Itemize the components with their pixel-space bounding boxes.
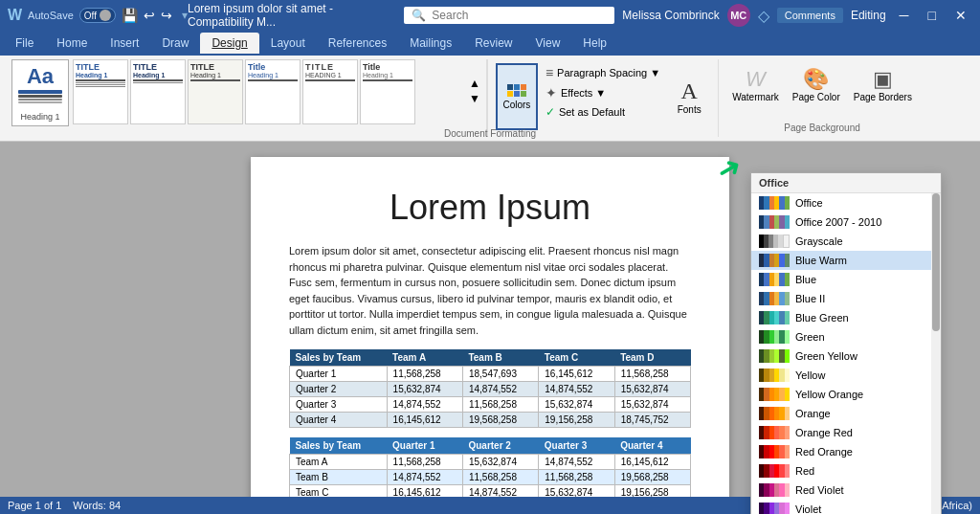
color-item-blueii[interactable]: Blue II — [751, 289, 941, 308]
set-as-default-button[interactable]: ✓ Set as Default — [542, 103, 664, 121]
color-label-office: Office — [795, 197, 823, 209]
ribbon-text-buttons: ≡ Paragraph Spacing ▼ ✦ Effects ▼ ✓ Set … — [542, 63, 664, 121]
color-item-bluewarm[interactable]: Blue Warm — [751, 251, 941, 270]
page-borders-icon: ▣ — [873, 67, 893, 92]
editing-label[interactable]: Editing — [851, 9, 886, 22]
theme-lines — [18, 89, 62, 104]
color-item-green[interactable]: Green — [751, 327, 941, 346]
color-label-yellow: Yellow — [795, 369, 825, 381]
page-color-icon: 🎨 — [803, 67, 829, 92]
avatar: MC — [727, 4, 750, 27]
theme-thumb-6[interactable]: Title Heading 1 — [360, 59, 415, 124]
color-swatch-office2010 — [759, 215, 790, 229]
doc-body: Lorem ipsum dolor sit amet, consectetur … — [289, 243, 691, 338]
color-item-redviolet[interactable]: Red Violet — [751, 480, 941, 500]
undo-button[interactable]: ↩ — [144, 8, 155, 23]
scrollbar-thumb[interactable] — [932, 193, 940, 331]
search-input[interactable] — [432, 9, 566, 22]
effects-label: Effects ▼ — [561, 87, 606, 99]
color-swatch-office — [759, 196, 790, 210]
tab-insert[interactable]: Insert — [99, 33, 150, 54]
color-label-yelloworange: Yellow Orange — [795, 389, 863, 400]
page-borders-label: Page Borders — [854, 92, 912, 102]
table-row: Team B14,874,55211,568,25811,568,25819,5… — [290, 470, 691, 485]
color-swatch-yelloworange — [759, 388, 790, 401]
color-item-yelloworange[interactable]: Yellow Orange — [751, 385, 941, 404]
page-borders-button[interactable]: ▣ Page Borders — [848, 63, 918, 123]
autosave-toggle[interactable]: Off — [79, 8, 116, 23]
page-status: Page 1 of 1 — [8, 500, 61, 511]
tab-layout[interactable]: Layout — [259, 33, 317, 54]
color-item-redorange[interactable]: Red Orange — [751, 442, 941, 461]
color-swatch-orange — [759, 407, 790, 420]
table1-header-2: Team B — [462, 349, 538, 367]
effects-button[interactable]: ✦ Effects ▼ — [542, 83, 664, 102]
theme-thumb-1[interactable]: TITLE Heading 1 — [73, 59, 128, 124]
color-swatch-redorange — [759, 445, 790, 458]
tab-mailings[interactable]: Mailings — [398, 33, 463, 54]
theme-thumb-4[interactable]: Title Heading 1 — [245, 59, 301, 124]
table-row: Team C16,145,61214,874,55215,632,87419,1… — [290, 485, 691, 498]
watermark-button[interactable]: W Watermark — [726, 63, 785, 123]
color-item-office[interactable]: Office — [751, 193, 941, 212]
maximize-button[interactable]: □ — [923, 8, 942, 23]
redo-button[interactable]: ↪ — [161, 8, 172, 23]
tab-home[interactable]: Home — [45, 33, 99, 54]
tab-review[interactable]: Review — [463, 33, 523, 54]
colors-dropdown: Office Office Office 2007 - 2010 Graysca… — [750, 172, 942, 514]
theme-thumb-2[interactable]: TITLE Heading 1 — [130, 59, 186, 124]
tab-help[interactable]: Help — [571, 33, 618, 54]
table-row: Quarter 416,145,61219,568,25819,156,2581… — [290, 413, 691, 428]
paragraph-spacing-button[interactable]: ≡ Paragraph Spacing ▼ — [542, 63, 664, 82]
watermark-label: Watermark — [732, 92, 779, 102]
color-swatch-blueii — [759, 292, 790, 305]
doc-title: Lorem Ipsum — [289, 188, 691, 228]
color-label-orange: Orange — [795, 408, 831, 419]
color-swatch-violet — [759, 503, 790, 514]
table2-header-1: Quarter 1 — [387, 437, 462, 455]
comments-button[interactable]: Comments — [777, 8, 843, 23]
tab-draw[interactable]: Draw — [150, 33, 200, 54]
words-status: Words: 84 — [73, 500, 121, 511]
table2-header-2: Quarter 2 — [462, 437, 538, 455]
color-item-bluegreen[interactable]: Blue Green — [751, 308, 941, 327]
color-swatch-redviolet — [759, 483, 790, 497]
scroll-up-button[interactable]: ▲ — [469, 77, 480, 90]
page-bg-buttons: W Watermark 🎨 Page Color ▣ Page Borders — [726, 63, 918, 123]
color-item-orange[interactable]: Orange — [751, 404, 941, 423]
tab-file[interactable]: File — [4, 33, 45, 54]
color-swatch-bluewarm — [759, 254, 790, 267]
color-item-greenyellow[interactable]: Green Yellow — [751, 346, 941, 366]
color-item-violet[interactable]: Violet — [751, 500, 941, 514]
scroll-down-button[interactable]: ▼ — [469, 92, 480, 105]
color-item-orangered[interactable]: Orange Red — [751, 423, 941, 442]
color-item-office2010[interactable]: Office 2007 - 2010 — [751, 212, 941, 232]
theme-thumb-3[interactable]: TITLE Heading 1 — [188, 59, 243, 124]
table2-header-3: Quarter 3 — [539, 437, 614, 455]
autosave-label: AutoSave — [28, 10, 74, 21]
heading-label: Heading 1 — [20, 112, 59, 122]
color-item-red[interactable]: Red — [751, 461, 941, 480]
color-item-yellow[interactable]: Yellow — [751, 366, 941, 385]
fonts-button[interactable]: A Fonts — [668, 63, 710, 130]
close-button[interactable]: ✕ — [949, 8, 972, 23]
search-bar[interactable]: 🔍 — [404, 7, 614, 24]
color-swatch-bluegreen — [759, 311, 790, 324]
tab-references[interactable]: References — [317, 33, 398, 54]
page-color-button[interactable]: 🎨 Page Color — [787, 63, 846, 123]
table-row: Quarter 314,874,55211,568,25815,632,8741… — [290, 397, 691, 413]
colors-label: Colors — [502, 100, 530, 110]
minimize-button[interactable]: ─ — [894, 8, 915, 23]
search-icon: 🔍 — [412, 9, 426, 22]
colors-button[interactable]: Colors — [496, 63, 538, 130]
color-item-grayscale[interactable]: Grayscale — [751, 232, 941, 251]
tab-design[interactable]: Design — [200, 33, 258, 54]
color-item-blue[interactable]: Blue — [751, 270, 941, 289]
themes-button[interactable]: Aa Heading 1 — [11, 59, 69, 126]
tab-view[interactable]: View — [524, 33, 572, 54]
table1-header-4: Team D — [614, 349, 690, 367]
theme-thumb-5[interactable]: TITLE HEADING 1 — [302, 59, 358, 124]
paragraph-spacing-icon: ≡ — [546, 65, 553, 80]
save-button[interactable]: 💾 — [122, 8, 138, 23]
color-label-blue: Blue — [795, 274, 816, 285]
